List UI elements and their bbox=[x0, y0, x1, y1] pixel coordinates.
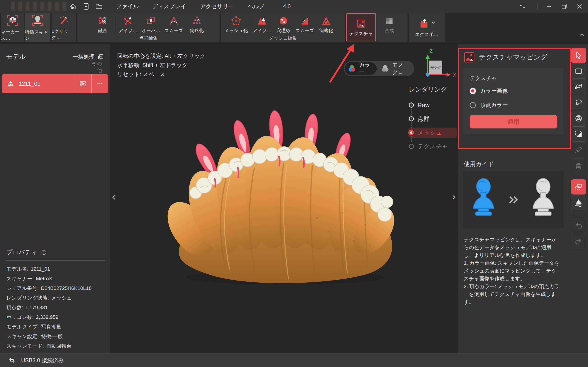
status-bar: USB3.0 接続済み bbox=[0, 353, 588, 367]
model-name: 1211_01 bbox=[19, 81, 40, 87]
collapse-right-panel-icon[interactable]: › bbox=[451, 190, 457, 204]
ribbon-group-marker-scan: マーカース… bbox=[1, 13, 24, 42]
3d-viewport-canvas[interactable] bbox=[110, 44, 458, 353]
home-icon[interactable] bbox=[69, 2, 77, 10]
bust-textured-white-image bbox=[527, 177, 559, 223]
batch-process-button[interactable]: 一括処理 bbox=[73, 53, 104, 60]
rendering-title: レンダリング bbox=[409, 85, 457, 94]
menu-accessory[interactable]: アクセサリー bbox=[200, 3, 234, 10]
meshify-button[interactable]: メッシュ化 bbox=[223, 13, 249, 36]
model-list-item[interactable]: 1211_01 bbox=[2, 74, 108, 93]
pc-isolation-button[interactable]: アイソ… bbox=[116, 13, 139, 36]
mesh-smooth-button[interactable]: スムーズ bbox=[294, 13, 316, 36]
ribbon-button-label: 簡略化 bbox=[190, 27, 204, 34]
fusion-button[interactable]: 融合 bbox=[91, 13, 114, 36]
restore-icon[interactable] bbox=[561, 3, 568, 10]
simplify-points-icon bbox=[191, 15, 202, 26]
overlap-button[interactable]: オーバ… bbox=[139, 13, 162, 36]
toolbar-divider bbox=[574, 215, 583, 215]
ribbon-button-label: 合成 bbox=[385, 27, 394, 34]
magic-wand-icon bbox=[58, 15, 70, 26]
lasso-select-button[interactable] bbox=[571, 95, 586, 110]
selection-toolbar bbox=[569, 44, 588, 353]
model-video-button[interactable] bbox=[75, 74, 91, 93]
texture-section-label: テクスチャ bbox=[470, 75, 497, 82]
smooth-points-icon bbox=[168, 15, 179, 26]
ribbon-button-label: テクスチャ bbox=[349, 31, 373, 37]
menu-file[interactable]: ファイル bbox=[116, 3, 138, 10]
marker-scan-button[interactable]: マーカース… bbox=[1, 13, 24, 42]
collapse-left-panel-icon[interactable]: ‹ bbox=[111, 190, 117, 204]
undo-button[interactable] bbox=[571, 218, 586, 233]
info-icon[interactable] bbox=[41, 249, 47, 256]
other-label[interactable]: その他 bbox=[90, 60, 102, 74]
pc-smooth-button[interactable]: スムーズ bbox=[162, 13, 185, 36]
open-folder-icon[interactable] bbox=[95, 2, 103, 10]
option-vertex-color[interactable]: 頂点カラー bbox=[470, 101, 508, 109]
ribbon-button-label: エクスポ… bbox=[415, 31, 439, 38]
rendering-option-raw[interactable]: Raw bbox=[409, 100, 457, 110]
color-mode-button[interactable]: カラー bbox=[345, 62, 377, 75]
color-mode-label: カラー bbox=[359, 61, 371, 76]
hole-fill-button[interactable]: 穴埋め bbox=[273, 13, 294, 36]
polygon-select-icon bbox=[574, 82, 583, 91]
rendering-option-pointcloud[interactable]: 点群 bbox=[409, 114, 457, 124]
guide-paragraph: 2. 頂点カラー: メッシュモデルの頂点カラーを使用してテクスチャ画像を生成しま… bbox=[464, 283, 561, 306]
fusion-icon bbox=[97, 15, 108, 26]
mesh-simplify-button[interactable]: 簡略化 bbox=[316, 13, 337, 36]
property-row: スキャンモード:自動回転台 bbox=[6, 341, 91, 351]
hole-fill-icon bbox=[278, 15, 289, 26]
ribbon-button-label: アイソ… bbox=[253, 27, 271, 34]
menu-display[interactable]: ディスプレイ bbox=[152, 3, 186, 10]
undo-icon bbox=[574, 221, 583, 230]
invert-select-button[interactable] bbox=[571, 126, 586, 142]
chevron-down-icon[interactable] bbox=[431, 21, 435, 24]
usage-guide-title: 使用ガイド bbox=[464, 160, 494, 168]
ribbon-button-label: アイソ… bbox=[119, 27, 137, 34]
version-label: 4.0 bbox=[283, 3, 291, 10]
menu-help[interactable]: ヘルプ bbox=[247, 3, 264, 10]
apply-button[interactable]: 適用 bbox=[470, 115, 557, 128]
close-icon[interactable] bbox=[576, 3, 583, 10]
batch-process-icon bbox=[97, 53, 104, 60]
hint-line: リセット: スペース bbox=[117, 70, 205, 79]
sphere-select-button[interactable] bbox=[571, 111, 586, 126]
toolbar-divider bbox=[574, 177, 583, 177]
feature-scan-button[interactable]: 特徴スキャン bbox=[25, 13, 50, 42]
export-button[interactable]: エクスポ… bbox=[409, 13, 445, 42]
video-icon bbox=[79, 80, 87, 88]
new-project-icon[interactable] bbox=[82, 2, 90, 10]
cursor-tool-button[interactable] bbox=[571, 48, 586, 63]
brush-tool-button[interactable] bbox=[571, 142, 586, 157]
rect-select-button[interactable] bbox=[571, 64, 586, 79]
minimize-icon[interactable] bbox=[546, 3, 553, 10]
mesh-isolation-button[interactable]: アイソ… bbox=[251, 13, 273, 36]
pc-simplify-button[interactable]: 簡略化 bbox=[185, 13, 208, 36]
hint-line: 回転の中心を設定: Alt + 左クリック bbox=[117, 51, 205, 60]
duplicate-tool-button[interactable] bbox=[571, 179, 586, 194]
texture-mapping-icon bbox=[464, 52, 475, 63]
rendering-option-texture[interactable]: テクスチャ bbox=[409, 141, 457, 151]
stamp-tool-button[interactable] bbox=[571, 195, 586, 210]
axis-gizmo[interactable]: FRONT Z X bbox=[420, 48, 459, 84]
composite-button[interactable]: 合成 bbox=[376, 13, 403, 36]
smooth-mesh-icon bbox=[299, 15, 310, 26]
property-row: 頂点数:1,179,331 bbox=[6, 303, 91, 312]
rendering-option-mesh[interactable]: メッシュ bbox=[408, 127, 457, 138]
redo-button[interactable] bbox=[571, 234, 586, 249]
collapse-ribbon-icon[interactable] bbox=[579, 33, 584, 36]
model-type-icon bbox=[7, 80, 15, 88]
one-click-button[interactable]: 1クリック… bbox=[52, 13, 76, 42]
mono-mode-button[interactable]: モノクロ bbox=[377, 62, 413, 75]
scanner-app-window: ファイル ディスプレイ アクセサリー ヘルプ 4.0 bbox=[0, 0, 588, 367]
option-color-image[interactable]: カラー画像 bbox=[470, 87, 508, 94]
settings-icon[interactable] bbox=[519, 3, 526, 10]
model-panel: モデル 一括処理 その他 1211_01 bbox=[0, 44, 110, 353]
delete-tool-button[interactable] bbox=[571, 158, 586, 173]
properties-list: モデル名:1211_01 スキャナー:MetroX シリアル番号:D24B027… bbox=[6, 264, 91, 351]
texture-button[interactable]: テクスチャ bbox=[346, 13, 376, 41]
property-row: レンダリング状態:メッシュ bbox=[6, 293, 91, 303]
isolation-points-icon bbox=[122, 15, 133, 26]
polygon-select-button[interactable] bbox=[571, 79, 586, 94]
model-more-button[interactable] bbox=[91, 74, 108, 93]
